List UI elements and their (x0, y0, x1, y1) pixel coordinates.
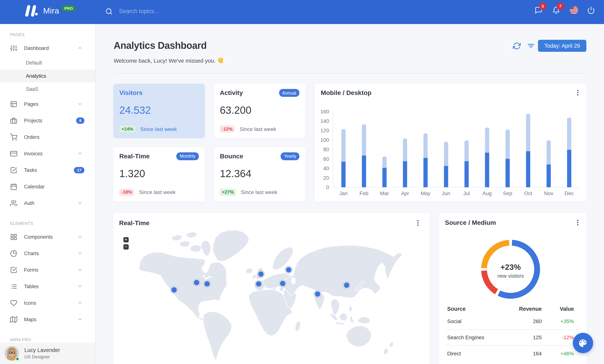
svg-text:Jun: Jun (442, 190, 450, 196)
svg-text:Aug: Aug (482, 190, 491, 196)
svg-text:Jul: Jul (463, 190, 470, 196)
svg-text:Feb: Feb (359, 190, 368, 196)
svg-text:100: 100 (320, 137, 329, 143)
svg-text:Apr: Apr (401, 190, 409, 196)
svg-text:40: 40 (323, 165, 329, 171)
svg-text:Mar: Mar (380, 190, 389, 196)
svg-text:20: 20 (323, 175, 329, 181)
svg-text:Dec: Dec (565, 190, 574, 196)
svg-text:May: May (421, 190, 430, 196)
svg-text:Sep: Sep (503, 190, 512, 196)
svg-text:Nov: Nov (544, 190, 553, 196)
svg-text:Oct: Oct (524, 190, 532, 196)
svg-text:Jan: Jan (339, 190, 348, 196)
svg-text:60: 60 (323, 156, 329, 162)
svg-text:160: 160 (320, 109, 329, 114)
svg-text:140: 140 (320, 118, 329, 124)
svg-text:0: 0 (326, 184, 329, 190)
svg-text:80: 80 (323, 147, 329, 152)
svg-text:120: 120 (320, 128, 329, 133)
